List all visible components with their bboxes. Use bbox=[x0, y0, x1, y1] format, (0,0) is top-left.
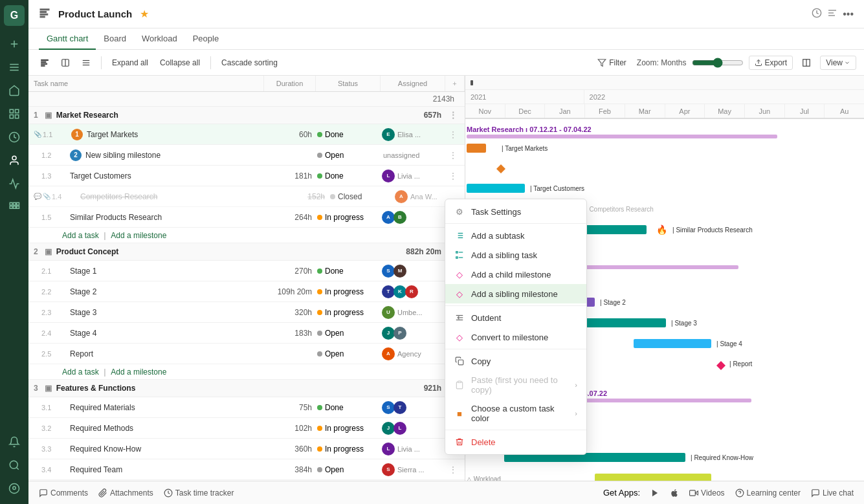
task-actions-1-1[interactable]: ⋮ bbox=[447, 129, 460, 140]
bottom-bar: Comments Attachments Task time tracker G… bbox=[28, 481, 864, 504]
sidebar-icon-plus[interactable] bbox=[4, 34, 25, 54]
task-assigned-3-1: S T bbox=[382, 401, 447, 414]
sidebar-icon-bell[interactable] bbox=[4, 432, 25, 452]
live-chat-btn[interactable]: Live chat bbox=[811, 488, 854, 498]
favorite-star[interactable]: ★ bbox=[140, 8, 149, 20]
videos-btn[interactable]: Videos bbox=[689, 488, 724, 498]
menu-paste: Paste (first you need to copy) › bbox=[445, 371, 586, 399]
menu-outdent[interactable]: Outdent bbox=[445, 308, 586, 327]
sidebar-icon-search[interactable] bbox=[4, 455, 25, 476]
group-num-1: 1 bbox=[34, 111, 38, 120]
add-task-2[interactable]: Add a task bbox=[62, 367, 99, 377]
expand-all-btn[interactable]: Expand all bbox=[108, 56, 152, 69]
menu-separator-4 bbox=[445, 430, 586, 430]
sidebar-icon-person[interactable] bbox=[4, 150, 25, 171]
svg-rect-59 bbox=[690, 490, 696, 495]
task-status-3-1: Done bbox=[317, 403, 382, 412]
timeline-view-btn[interactable] bbox=[36, 56, 53, 69]
columns-btn[interactable] bbox=[798, 56, 815, 69]
collapse-all-btn[interactable]: Collapse all bbox=[156, 56, 204, 69]
add-row-1: Add a task | Add a milestone bbox=[28, 228, 465, 243]
gantt-label-similar-products: | Similar Products Research bbox=[672, 226, 753, 234]
svg-point-19 bbox=[10, 484, 19, 494]
menu-custom-color[interactable]: ■ Choose a custom task color › bbox=[445, 399, 586, 428]
svg-rect-8 bbox=[16, 115, 19, 118]
task-row-1-2: 1.2 2 New sibling milestone Open unassig… bbox=[28, 145, 465, 166]
apple-btn[interactable] bbox=[670, 488, 679, 498]
group-collapse-3[interactable]: ▣ bbox=[43, 383, 54, 393]
list-view-btn[interactable] bbox=[78, 56, 94, 69]
task-row-2-2: 2.2 Stage 2 109h 20m In progress T K R ⋮ bbox=[28, 281, 465, 302]
export-btn[interactable]: Export bbox=[749, 56, 793, 70]
task-row-1-4: 💬 📎 1.4 Competitors Research 152h Closed… bbox=[28, 186, 465, 207]
group-more-1[interactable]: ⋮ bbox=[447, 110, 460, 120]
avatar-1-5b: B bbox=[393, 211, 406, 224]
task-row-3-4: 3.4 Required Team 384h Open S Sierra ...… bbox=[28, 459, 465, 480]
avatar-1-1: E bbox=[382, 128, 395, 141]
tab-people[interactable]: People bbox=[185, 28, 227, 50]
filter-btn[interactable]: Filter bbox=[592, 56, 632, 69]
badge-blue-1[interactable]: 2 bbox=[70, 149, 82, 161]
google-play-btn[interactable] bbox=[650, 488, 659, 498]
menu-task-settings[interactable]: ⚙ Task Settings bbox=[445, 202, 586, 221]
settings-icon[interactable] bbox=[827, 8, 837, 21]
settings-menu-icon: ⚙ bbox=[454, 206, 465, 217]
more-icon[interactable]: ••• bbox=[843, 8, 854, 20]
month-mar: Mar bbox=[625, 104, 665, 118]
svg-rect-54 bbox=[458, 360, 463, 365]
cascade-sorting-btn[interactable]: Cascade sorting bbox=[217, 56, 282, 69]
menu-add-sibling-milestone[interactable]: ◇ Add a sibling milestone bbox=[445, 284, 586, 303]
tab-workload[interactable]: Workload bbox=[134, 28, 185, 50]
sidebar-icon-grid[interactable] bbox=[4, 104, 25, 124]
view-btn[interactable]: View bbox=[820, 56, 856, 70]
svg-rect-14 bbox=[10, 206, 12, 209]
tab-board[interactable]: Board bbox=[96, 28, 134, 50]
learning-center-btn[interactable]: Learning center bbox=[735, 488, 801, 498]
add-milestone-1[interactable]: Add a milestone bbox=[111, 231, 166, 240]
zoom-slider[interactable] bbox=[692, 58, 744, 68]
task-row-3-2: 3.2 Required Methods 102h In progress J … bbox=[28, 418, 465, 439]
badge-orange-1[interactable]: 1 bbox=[71, 129, 83, 140]
tab-gantt-chart[interactable]: Gantt chart bbox=[39, 28, 96, 50]
avatar-3-3: L bbox=[382, 443, 395, 455]
group-duration-1: 657h bbox=[424, 111, 441, 120]
app-logo[interactable]: G bbox=[4, 5, 25, 26]
comments-btn[interactable]: Comments bbox=[39, 488, 88, 498]
task-actions-3-4[interactable]: ⋮ bbox=[447, 465, 460, 475]
group-name-2: Product Concept bbox=[56, 247, 406, 256]
sidebar-icon-chart[interactable] bbox=[4, 173, 25, 194]
sidebar: G bbox=[0, 0, 28, 504]
task-time-tracker-btn[interactable]: Task time tracker bbox=[164, 488, 234, 498]
task-actions-1-2[interactable]: ⋮ bbox=[447, 150, 460, 160]
add-milestone-2[interactable]: Add a milestone bbox=[111, 367, 166, 377]
add-task-1[interactable]: Add a task bbox=[62, 231, 99, 240]
task-num-3-3: 3.3 bbox=[41, 445, 60, 453]
task-actions-1-3[interactable]: ⋮ bbox=[447, 171, 460, 181]
svg-rect-11 bbox=[10, 203, 12, 205]
split-view-btn[interactable] bbox=[57, 56, 74, 69]
menu-add-subtask[interactable]: Add a subtask bbox=[445, 226, 586, 245]
avatar-3-2b: L bbox=[393, 422, 406, 435]
gantt-bar-stage4 bbox=[634, 339, 711, 348]
menu-add-child-milestone[interactable]: ◇ Add a child milestone bbox=[445, 265, 586, 284]
year-2022: 2022 bbox=[584, 90, 864, 104]
menu-copy[interactable]: Copy bbox=[445, 351, 586, 371]
col-add[interactable]: + bbox=[445, 76, 465, 91]
sidebar-icon-apps[interactable] bbox=[4, 197, 25, 217]
attachments-btn[interactable]: Attachments bbox=[98, 488, 153, 498]
menu-delete[interactable]: Delete bbox=[445, 432, 586, 452]
menu-add-sibling-task[interactable]: Add a sibling task bbox=[445, 245, 586, 265]
group-collapse-1[interactable]: ▣ bbox=[43, 110, 54, 120]
status-dot-1-4 bbox=[330, 194, 335, 199]
sidebar-icon-user-circle[interactable] bbox=[4, 478, 25, 499]
sidebar-icon-menu[interactable] bbox=[4, 57, 25, 78]
outdent-menu-icon bbox=[454, 312, 465, 323]
task-name-2-2: Stage 2 bbox=[70, 287, 265, 296]
status-dot-1-1 bbox=[317, 132, 322, 137]
sidebar-icon-clock[interactable] bbox=[4, 127, 25, 148]
sidebar-icon-home[interactable] bbox=[4, 80, 25, 101]
history-icon[interactable] bbox=[812, 8, 822, 21]
group-collapse-2[interactable]: ▣ bbox=[43, 247, 54, 257]
task-assigned-2-4: J P bbox=[382, 327, 447, 340]
menu-convert-milestone[interactable]: ◇ Convert to milestone bbox=[445, 327, 586, 347]
